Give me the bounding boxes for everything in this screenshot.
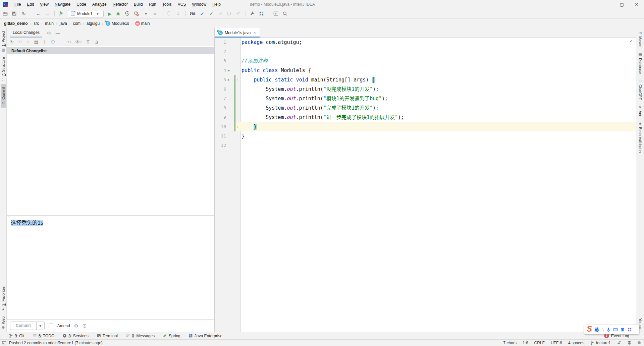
menu-refactor[interactable]: Refactor (110, 0, 131, 9)
toolwindow-toggle-icon[interactable] (2, 341, 6, 345)
preview-diff-icon[interactable]: ▾ (75, 40, 82, 44)
ime-mic-icon[interactable] (606, 327, 611, 332)
search-everywhere-icon[interactable] (282, 11, 288, 16)
fold-marker[interactable]: ▿ (236, 75, 238, 84)
stripe-item-chatgpt[interactable]: ⊡ChatGPT (638, 76, 643, 103)
git-push-button[interactable]: ↗ (217, 11, 223, 17)
sync-icon[interactable]: ↻ (21, 11, 27, 17)
unlock-icon[interactable] (617, 341, 621, 345)
tab-module1s-java[interactable]: C Module1s.java ✕ (215, 28, 260, 37)
code-line-2[interactable]: 2 (215, 47, 636, 56)
menu-vcs[interactable]: VCS (175, 0, 189, 9)
jump-to-source-icon[interactable]: ↗ (26, 40, 30, 45)
run-with-coverage-button[interactable] (125, 11, 131, 16)
toolwindow-button-0-messages[interactable]: 0: Messages (126, 334, 155, 338)
tab-close-icon[interactable]: ✕ (253, 31, 256, 35)
code-line-10[interactable]: 10▵ } (215, 122, 636, 131)
save-icon[interactable] (12, 11, 18, 16)
code-line-7[interactable]: 7 System.out.println("模块1的开发遇到了bug"); (215, 94, 636, 103)
menu-code[interactable]: Code (73, 0, 89, 9)
git-branch-widget[interactable]: feature1 (590, 341, 611, 345)
stripe-item-bean-validation[interactable]: ◈Bean Validation (638, 119, 643, 155)
toolwindow-button-spring[interactable]: Spring (163, 334, 180, 338)
stripe-item-1-project[interactable]: ▥1: Project (1, 28, 6, 54)
menu-file[interactable]: File (11, 0, 24, 9)
maximize-button[interactable]: ▢ (614, 0, 629, 9)
wrench-icon[interactable] (250, 11, 256, 16)
stripe-item-ant[interactable]: ※Ant (638, 103, 643, 119)
menu-view[interactable]: View (37, 0, 52, 9)
sogou-logo-icon[interactable]: S (587, 325, 592, 333)
stripe-item-2-favorites[interactable]: ★2: Favorites (1, 284, 6, 313)
menu-tools[interactable]: Tools (159, 0, 175, 9)
stop-button[interactable]: ■ (152, 11, 158, 17)
rollback-icon[interactable]: ↶ (235, 11, 241, 17)
close-button[interactable]: ✕ (629, 0, 644, 9)
commit-button[interactable]: Commit (10, 322, 36, 330)
shelve-icon[interactable]: ↧ (43, 40, 46, 45)
toolwindow-button-terminal[interactable]: Terminal (97, 334, 118, 338)
breadcrumb-item-main[interactable]: mmain (135, 21, 150, 26)
commit-message-editor[interactable]: 选择秃头的1s (7, 215, 214, 319)
build-hammer-icon[interactable] (59, 11, 65, 16)
code-line-12[interactable]: 12 (215, 141, 636, 150)
code-line-4[interactable]: 4▶public class Module1s { (215, 66, 636, 75)
back-icon[interactable]: ← (35, 11, 41, 17)
expand-all-icon[interactable] (86, 40, 90, 44)
run-line-icon[interactable]: ▶ (228, 66, 230, 75)
stripe-item-web[interactable]: ⊕Web (1, 314, 6, 332)
changes-tree[interactable] (7, 54, 214, 215)
minimize-button[interactable]: – (600, 0, 614, 9)
code-line-11[interactable]: 11} (215, 131, 636, 141)
code-line-5[interactable]: 5▶▿ public static void main(String[] arg… (215, 75, 636, 84)
encoding-widget[interactable]: UTF-8 (551, 341, 562, 345)
menu-analyze[interactable]: Analyze (89, 0, 110, 9)
run-configuration-select[interactable]: ✕ Module1 ▾ (68, 10, 104, 17)
breadcrumb-item-atguigu[interactable]: atguigu (87, 21, 100, 26)
toolwindow-button-6-todo[interactable]: 6: TODO (33, 334, 55, 338)
group-by-icon[interactable]: ∷▾ (66, 40, 71, 45)
amend-checkbox[interactable] (49, 324, 53, 328)
menu-build[interactable]: Build (131, 0, 146, 9)
project-structure-icon[interactable] (259, 11, 265, 16)
menu-navigate[interactable]: Navigate (52, 0, 73, 9)
toolwindow-button-9-git[interactable]: 9: Git (9, 334, 24, 338)
code-line-8[interactable]: 8 System.out.println("完成了模块1的开发"); (215, 103, 636, 113)
menu-run[interactable]: Run (146, 0, 159, 9)
menu-window[interactable]: Window (189, 0, 209, 9)
forward-icon[interactable]: → (44, 11, 50, 17)
code-editor[interactable]: ✔ 1package com.atguigu;23//添加注释4▶public … (215, 38, 636, 332)
run-anything-icon[interactable] (273, 11, 279, 16)
breadcrumb-item-java[interactable]: java (60, 21, 67, 26)
panel-hide-icon[interactable]: — (56, 31, 60, 36)
menu-edit[interactable]: Edit (24, 0, 37, 9)
stripe-item-database[interactable]: ▤Database (638, 50, 643, 76)
git-update-button[interactable]: ↙ (199, 11, 205, 17)
collapse-all-icon[interactable] (95, 40, 99, 44)
commit-history-icon[interactable] (82, 324, 87, 328)
commit-options-gear-icon[interactable]: ⚙ (74, 323, 78, 329)
run-line-icon[interactable]: ▶ (228, 75, 230, 84)
breadcrumb-item-src[interactable]: src (34, 21, 39, 26)
run-button[interactable]: ▶ (107, 11, 113, 17)
history-icon[interactable] (226, 11, 232, 16)
ime-punctuation-toggle[interactable]: ’, (601, 327, 604, 332)
debug-button[interactable] (116, 11, 122, 16)
caret-position-widget[interactable]: 1:8 (523, 341, 528, 345)
stripe-item-7-structure[interactable]: ∷7: Structure (1, 54, 6, 84)
ime-toolbox-icon[interactable] (627, 327, 632, 332)
toolwindow-button-8-services[interactable]: 8: Services (62, 334, 88, 338)
git-commit-button[interactable]: ✔ (208, 11, 214, 17)
code-line-9[interactable]: 9 System.out.println("进一步完成了模块1的拓展开发"); (215, 113, 636, 122)
commit-dropdown-icon[interactable]: ▾ (36, 322, 44, 330)
profiler-button[interactable] (134, 11, 140, 16)
ime-keyboard-icon[interactable] (613, 327, 618, 332)
refresh-changes-icon[interactable]: ↻ (10, 40, 14, 45)
breadcrumb-item-main[interactable]: main (45, 21, 54, 26)
open-icon[interactable] (3, 11, 9, 16)
local-changes-tab[interactable]: Local Changes (10, 28, 42, 38)
ime-language-toggle[interactable]: 英 (594, 326, 599, 333)
profiler-dropdown-icon[interactable]: ▾ (143, 11, 149, 17)
menu-help[interactable]: Help (209, 0, 224, 9)
fold-marker[interactable]: ▵ (236, 122, 238, 131)
